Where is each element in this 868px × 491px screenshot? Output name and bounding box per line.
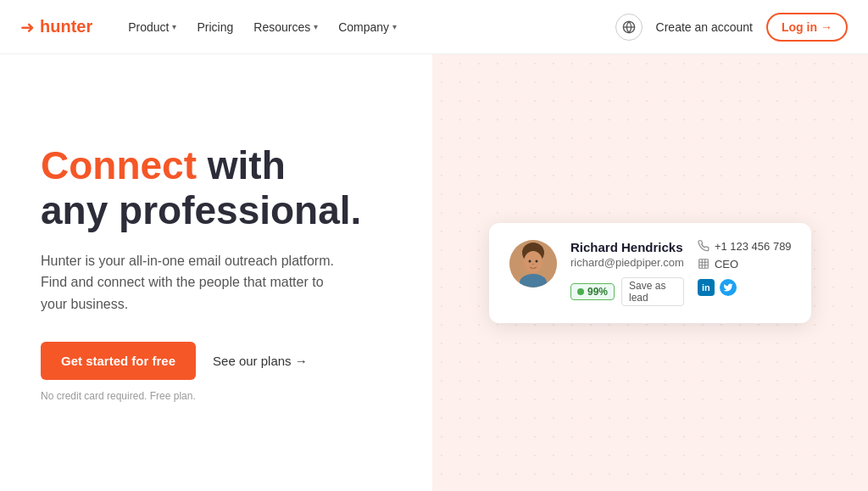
main-nav: Product ▾ Pricing Resources ▾ Company ▾ — [120, 15, 615, 39]
role-text: CEO — [715, 258, 738, 271]
card-badges: 99% Save as lead — [570, 277, 684, 306]
nav-pricing-label: Pricing — [197, 20, 233, 34]
contact-card: Richard Hendricks richard@piedpiper.com … — [489, 223, 811, 323]
card-right: +1 123 456 789 CEO in — [698, 240, 808, 296]
nav-company[interactable]: Company ▾ — [330, 15, 405, 39]
card-socials: in — [698, 279, 737, 296]
logo-icon: ➜ — [20, 17, 35, 37]
phone-icon — [698, 240, 709, 252]
nav-resources-label: Resources — [253, 20, 310, 34]
headline: Connect withany professional. — [41, 143, 392, 233]
nav-product[interactable]: Product ▾ — [120, 15, 185, 39]
get-started-button[interactable]: Get started for free — [41, 342, 196, 380]
card-email: richard@piedpiper.com — [570, 256, 684, 269]
login-arrow: → — [821, 20, 832, 34]
avatar — [509, 240, 557, 287]
svg-point-7 — [536, 259, 538, 262]
card-role: CEO — [698, 258, 738, 271]
header-right: Create an account Log in → — [615, 13, 848, 42]
svg-point-6 — [529, 259, 531, 262]
hero-subtext: Hunter is your all-in-one email outreach… — [41, 250, 363, 315]
save-lead-button[interactable]: Save as lead — [621, 277, 684, 306]
headline-orange: Connect — [41, 143, 197, 187]
nav-company-label: Company — [338, 20, 389, 34]
phone-number: +1 123 456 789 — [715, 240, 792, 253]
nav-product-label: Product — [128, 20, 169, 34]
score-dot — [577, 288, 584, 295]
see-plans-button[interactable]: See our plans → — [213, 354, 308, 368]
nav-product-chevron: ▾ — [172, 22, 176, 31]
logo[interactable]: ➜ hunter — [20, 17, 92, 37]
twitter-button[interactable] — [720, 279, 737, 296]
svg-rect-8 — [699, 259, 709, 269]
language-button[interactable] — [615, 14, 643, 41]
score-value: 99% — [587, 286, 608, 298]
twitter-icon — [723, 282, 733, 293]
card-name: Richard Hendricks — [570, 240, 684, 254]
score-badge: 99% — [570, 283, 615, 300]
nav-company-chevron: ▾ — [392, 22, 397, 31]
cta-row: Get started for free See our plans → — [41, 342, 392, 380]
logo-text: hunter — [40, 17, 92, 36]
login-label: Log in — [782, 20, 817, 34]
no-cc-text: No credit card required. Free plan. — [41, 390, 392, 402]
linkedin-icon: in — [702, 282, 710, 293]
hero-illustration: Richard Hendricks richard@piedpiper.com … — [432, 54, 868, 491]
linkedin-button[interactable]: in — [698, 279, 715, 296]
card-phone: +1 123 456 789 — [698, 240, 792, 253]
nav-pricing[interactable]: Pricing — [188, 15, 242, 39]
header: ➜ hunter Product ▾ Pricing Resources ▾ C… — [0, 0, 868, 54]
building-icon — [698, 258, 709, 270]
nav-resources-chevron: ▾ — [314, 22, 318, 31]
hero-section: Connect withany professional. Hunter is … — [0, 54, 432, 491]
nav-resources[interactable]: Resources ▾ — [245, 15, 326, 39]
login-button[interactable]: Log in → — [766, 13, 848, 42]
svg-point-4 — [524, 251, 542, 273]
card-info: Richard Hendricks richard@piedpiper.com … — [570, 240, 684, 306]
create-account-button[interactable]: Create an account — [656, 20, 753, 34]
main-content: Connect withany professional. Hunter is … — [0, 54, 868, 491]
